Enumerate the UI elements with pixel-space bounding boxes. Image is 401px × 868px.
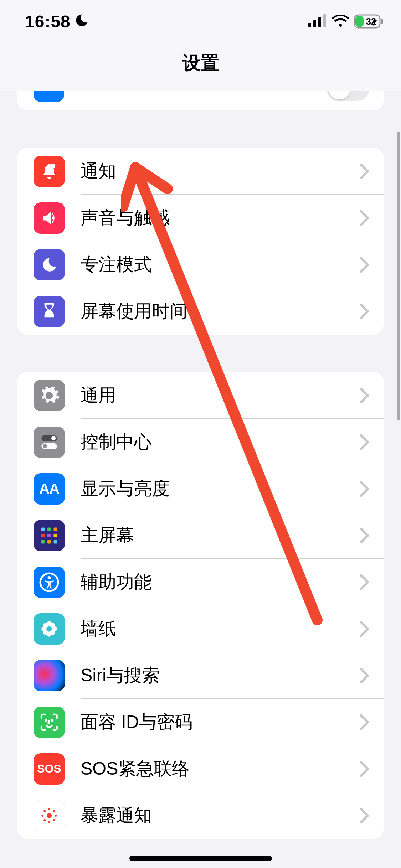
settings-row-control-center[interactable]: 控制中心 <box>17 419 384 465</box>
row-label: SOS紧急联络 <box>65 757 360 781</box>
row-label: 声音与触感 <box>65 206 360 230</box>
svg-point-35 <box>48 808 50 810</box>
hourglass-icon <box>34 296 65 327</box>
chevron-right-icon <box>360 528 370 543</box>
faceid-icon <box>34 707 65 738</box>
settings-row-accessibility[interactable]: 辅助功能 <box>17 559 384 605</box>
svg-point-9 <box>51 436 56 440</box>
chevron-right-icon <box>360 574 370 590</box>
settings-row-display[interactable]: AA 显示与亮度 <box>17 465 384 512</box>
chevron-right-icon <box>360 210 370 226</box>
nav-bar: 设置 <box>0 36 401 91</box>
chevron-right-icon <box>360 434 370 450</box>
svg-rect-14 <box>54 527 57 531</box>
chevron-right-icon <box>360 714 370 730</box>
chevron-right-icon <box>360 304 370 319</box>
svg-point-38 <box>55 814 57 816</box>
svg-point-36 <box>48 821 50 823</box>
svg-rect-16 <box>47 534 51 537</box>
chevron-right-icon <box>360 808 370 823</box>
status-bar: 16:58 32 <box>0 0 401 36</box>
svg-rect-1 <box>313 20 316 27</box>
svg-point-37 <box>41 814 43 816</box>
toggle-knob <box>328 91 350 99</box>
settings-row-focus[interactable]: 专注模式 <box>17 241 384 288</box>
chevron-right-icon <box>360 668 370 683</box>
settings-row-wallpaper[interactable]: 墙纸 <box>17 605 384 652</box>
flower-icon <box>34 613 65 645</box>
content[interactable]: 通知 声音与触感 专注模式 屏幕使用时间 <box>0 91 401 839</box>
svg-rect-3 <box>323 14 326 27</box>
chevron-right-icon <box>360 621 370 637</box>
wifi-icon <box>332 14 349 29</box>
text-size-icon: AA <box>34 473 65 505</box>
svg-point-34 <box>47 813 52 818</box>
svg-point-22 <box>48 576 51 579</box>
svg-rect-17 <box>54 534 57 537</box>
scroll-indicator[interactable] <box>397 132 400 420</box>
nav-title: 设置 <box>182 51 219 76</box>
settings-row-home-screen[interactable]: 主屏幕 <box>17 512 384 559</box>
battery-icon: 32 <box>354 14 383 29</box>
sos-icon: SOS <box>34 753 65 785</box>
accessibility-icon <box>34 567 65 598</box>
row-label: Siri与搜索 <box>65 663 360 687</box>
row-label: 辅助功能 <box>65 570 360 594</box>
row-label: 屏幕使用时间 <box>65 299 360 323</box>
speaker-icon <box>34 202 65 234</box>
settings-group-1: 通知 声音与触感 专注模式 屏幕使用时间 <box>17 148 384 335</box>
settings-row-partial[interactable] <box>17 91 384 110</box>
gear-icon <box>34 380 65 411</box>
svg-rect-19 <box>47 540 51 543</box>
switches-icon <box>34 427 65 458</box>
settings-row-exposure[interactable]: 暴露通知 <box>17 792 384 839</box>
settings-row-siri[interactable]: Siri与搜索 <box>17 652 384 699</box>
svg-rect-13 <box>47 527 51 531</box>
partial-row-icon <box>34 91 64 102</box>
row-label: 墙纸 <box>65 617 360 641</box>
row-label: 主屏幕 <box>65 523 360 547</box>
row-label: 控制中心 <box>65 430 360 454</box>
bell-icon <box>34 156 65 187</box>
svg-point-42 <box>53 819 55 821</box>
dnd-moon-icon <box>74 13 89 30</box>
cellular-icon <box>308 14 327 29</box>
svg-rect-12 <box>41 527 45 531</box>
status-left: 16:58 <box>25 12 89 31</box>
row-label: 通用 <box>65 383 360 407</box>
settings-row-sounds[interactable]: 声音与触感 <box>17 195 384 241</box>
svg-point-7 <box>51 164 55 168</box>
svg-point-41 <box>43 819 46 821</box>
app-grid-icon <box>34 520 65 551</box>
moon-icon <box>34 249 65 280</box>
chevron-right-icon <box>360 761 370 777</box>
settings-row-faceid[interactable]: 面容 ID与密码 <box>17 699 384 745</box>
chevron-right-icon <box>360 481 370 497</box>
toggle-switch[interactable] <box>327 91 370 101</box>
svg-point-32 <box>46 720 47 721</box>
status-time: 16:58 <box>25 12 71 31</box>
row-label: 暴露通知 <box>65 804 360 827</box>
siri-icon <box>34 660 65 691</box>
svg-point-31 <box>47 626 52 631</box>
settings-row-notifications[interactable]: 通知 <box>17 148 384 195</box>
svg-rect-2 <box>318 17 321 27</box>
svg-rect-18 <box>41 540 45 543</box>
svg-rect-20 <box>54 540 57 543</box>
svg-point-11 <box>43 444 47 448</box>
settings-row-screen-time[interactable]: 屏幕使用时间 <box>17 288 384 335</box>
home-indicator[interactable] <box>129 856 272 861</box>
settings-group-2: 通用 控制中心 AA 显示与亮度 <box>17 372 384 839</box>
row-label: 显示与亮度 <box>65 477 360 501</box>
svg-rect-5 <box>355 16 364 27</box>
settings-row-general[interactable]: 通用 <box>17 372 384 419</box>
settings-row-sos[interactable]: SOS SOS紧急联络 <box>17 745 384 792</box>
svg-rect-6 <box>381 19 383 24</box>
chevron-right-icon <box>360 388 370 403</box>
svg-rect-0 <box>308 23 311 27</box>
chevron-right-icon <box>360 164 370 179</box>
chevron-right-icon <box>360 257 370 273</box>
status-right: 32 <box>308 14 383 29</box>
row-label: 通知 <box>65 159 360 183</box>
row-label: 面容 ID与密码 <box>65 710 360 734</box>
